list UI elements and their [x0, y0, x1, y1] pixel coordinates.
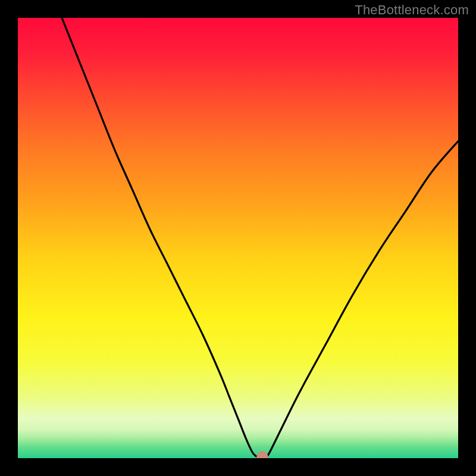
chart-frame: TheBottleneck.com — [0, 0, 476, 476]
watermark-text: TheBottleneck.com — [355, 2, 469, 18]
bottleneck-curve — [18, 18, 458, 458]
plot-area — [18, 18, 458, 458]
